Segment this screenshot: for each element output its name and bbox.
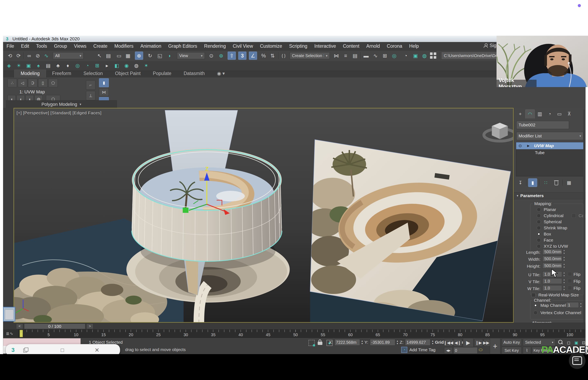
material-editor-button[interactable]: ◎ bbox=[390, 52, 398, 60]
sphere-icon[interactable]: ◔ bbox=[83, 62, 92, 69]
edit-named-selection-sets-button[interactable]: { } bbox=[279, 52, 288, 60]
display-tab[interactable]: ▭ bbox=[555, 110, 564, 118]
hierarchy-tab[interactable]: ▥ bbox=[535, 110, 545, 118]
menu-arnold[interactable]: Arnold bbox=[363, 43, 383, 49]
menu-group[interactable]: Group bbox=[50, 43, 70, 49]
mapping-option-planar[interactable]: Planar bbox=[537, 207, 556, 212]
menu-rendering[interactable]: Rendering bbox=[201, 43, 229, 49]
menu-corona[interactable]: Corona bbox=[383, 43, 406, 49]
height-spinner[interactable]: ▴▾ bbox=[563, 263, 566, 268]
layer-explorer-button[interactable]: ▤ bbox=[351, 52, 359, 60]
tab-object-paint[interactable]: Object Paint bbox=[109, 70, 147, 77]
configure-modifier-sets-button[interactable]: ▦ bbox=[565, 178, 573, 187]
select-and-place-button[interactable]: ◗ bbox=[166, 52, 174, 60]
width-field[interactable]: 500.0mm bbox=[543, 256, 562, 262]
expand-arrow-icon[interactable]: ▶ bbox=[524, 144, 532, 148]
y-spinner[interactable]: ▴▾ bbox=[397, 340, 398, 345]
z-coordinate-field[interactable]: 14999.627 bbox=[405, 339, 430, 345]
stack-item-tube[interactable]: Tube bbox=[516, 149, 584, 156]
mapping-option-face[interactable]: Face bbox=[537, 238, 553, 243]
monitor-icon[interactable]: ◉ bbox=[122, 62, 131, 69]
perspective-viewport[interactable]: Z [+] [Perspective] [St bbox=[14, 108, 514, 323]
timeline-ruler[interactable]: 0510152025303540455055606570758085909510… bbox=[18, 329, 584, 338]
edge-mode-button[interactable]: ◁ bbox=[18, 79, 27, 87]
selection-filter-dropdown[interactable]: All▾ bbox=[53, 52, 84, 59]
vertex-mode-button[interactable]: ∴ bbox=[8, 79, 17, 87]
height-field[interactable]: 500.0mm bbox=[543, 263, 562, 268]
utilities-tab[interactable]: ⊼ bbox=[565, 110, 574, 118]
show-end-result-button[interactable]: ▮ bbox=[528, 178, 537, 187]
menu-help[interactable]: Help bbox=[406, 43, 422, 49]
quad-viewport-icon[interactable]: ⊞ bbox=[93, 62, 102, 69]
track-bar[interactable]: ≣∿ 0510152025303540455055606570758085909… bbox=[3, 329, 586, 338]
previous-frame-button[interactable]: < bbox=[16, 323, 23, 329]
length-spinner[interactable]: ▴▾ bbox=[563, 249, 566, 255]
panel-scrollbar[interactable] bbox=[583, 110, 585, 336]
maximize-icon[interactable]: □ bbox=[61, 347, 64, 353]
tab-freeform[interactable]: Freeform bbox=[46, 70, 77, 77]
current-frame-field[interactable]: 0 bbox=[453, 347, 478, 354]
mini-curve-editor-icon[interactable]: ≣∿ bbox=[6, 331, 14, 336]
align-button[interactable]: ≡ bbox=[342, 52, 350, 60]
render-setup-button[interactable]: ◔ bbox=[402, 52, 410, 60]
menu-file[interactable]: File bbox=[3, 43, 18, 49]
bind-to-spacewarp-icon[interactable]: ∿ bbox=[42, 52, 50, 60]
schematic-view-button[interactable]: ⊞ bbox=[381, 52, 389, 60]
menu-customize[interactable]: Customize bbox=[256, 43, 286, 49]
render-production-button[interactable]: ◍ bbox=[420, 52, 429, 60]
make-unique-button[interactable]: ∷ bbox=[541, 178, 550, 187]
width-spinner[interactable]: ▴▾ bbox=[563, 256, 566, 262]
object-name-field[interactable]: Tube002 bbox=[516, 121, 569, 129]
select-and-move-button[interactable]: ⊕ bbox=[135, 52, 143, 60]
conifer-icon[interactable]: ♣ bbox=[54, 62, 62, 69]
tab-modeling[interactable]: Modeling bbox=[14, 70, 46, 77]
snaps-toggle-3d[interactable]: 3 bbox=[238, 52, 246, 60]
v-tile-field[interactable]: 1.0 bbox=[543, 278, 562, 284]
use-pivot-point-center-button[interactable]: ⊙ bbox=[207, 52, 215, 60]
selection-lock-icon[interactable] bbox=[317, 340, 323, 345]
menu-graph-editors[interactable]: Graph Editors bbox=[165, 43, 201, 49]
unlink-selection-icon[interactable]: ⊘ bbox=[34, 52, 42, 60]
v-flip-checkbox[interactable] bbox=[568, 279, 572, 283]
minimized-dialog[interactable] bbox=[3, 307, 15, 322]
add-time-tag[interactable]: ◔ Add Time Tag bbox=[401, 347, 436, 353]
rectangular-selection-region-button[interactable]: ▭ bbox=[115, 52, 123, 60]
time-slider-display[interactable]: 0 / 100 bbox=[24, 323, 85, 329]
modifier-stack-field[interactable]: 1: UVW Map bbox=[20, 89, 45, 95]
u-tile-spinner[interactable]: ▴▾ bbox=[563, 271, 566, 277]
tab-datasmith[interactable]: Datasmith bbox=[177, 70, 211, 77]
menu-views[interactable]: Views bbox=[70, 43, 90, 49]
eye-icon[interactable]: ⊙ bbox=[516, 143, 524, 148]
teapot-icon[interactable]: ◍ bbox=[132, 62, 141, 69]
next-key-button[interactable]: ❙▶ bbox=[474, 339, 483, 346]
u-flip-checkbox[interactable] bbox=[568, 272, 572, 276]
restore-icon[interactable] bbox=[23, 348, 28, 352]
mapping-option-xyz-to-uvw[interactable]: XYZ to UVW bbox=[537, 244, 568, 249]
spinner-snap-toggle[interactable]: ⇅ bbox=[269, 52, 277, 60]
curve-editor-button[interactable]: ∿ bbox=[371, 52, 379, 60]
tree-icon[interactable]: ♠ bbox=[34, 62, 43, 69]
x-coordinate-field[interactable]: 7222.568m bbox=[335, 339, 360, 345]
camera-add-icon[interactable]: ◧ bbox=[112, 62, 121, 69]
vertex-color-channel-option[interactable]: Vertex Color Channel bbox=[533, 310, 581, 315]
polygon-modeling-rollout[interactable]: Polygon Modeling bbox=[6, 100, 117, 108]
remove-modifier-button[interactable] bbox=[552, 178, 561, 187]
length-field[interactable]: 500.0mm bbox=[543, 249, 562, 255]
set-key-button[interactable]: Set Key bbox=[502, 347, 522, 354]
undo-button[interactable]: ⟲ bbox=[6, 52, 14, 60]
create-tab[interactable]: + bbox=[516, 110, 525, 118]
lamp-icon[interactable]: ✶ bbox=[142, 62, 150, 69]
map-channel-field[interactable]: 1 bbox=[566, 302, 579, 308]
modify-tab[interactable]: ◠ bbox=[525, 110, 535, 118]
angle-snap-toggle[interactable]: ∠ bbox=[249, 52, 257, 60]
camera-icon[interactable]: ▣ bbox=[24, 62, 33, 69]
mapping-option-cylindrical[interactable]: CylindricalCap bbox=[537, 213, 586, 218]
tab-populate[interactable]: Populate bbox=[147, 70, 178, 77]
viewport-label[interactable]: [+] [Perspective] [Standard] [Edged Face… bbox=[17, 111, 102, 115]
select-and-scale-button[interactable]: ◱ bbox=[156, 52, 164, 60]
set-keys-button[interactable]: + bbox=[490, 338, 500, 354]
menu-scripting[interactable]: Scripting bbox=[286, 43, 311, 49]
light-icon[interactable]: ◈ bbox=[5, 62, 13, 69]
y-coordinate-field[interactable]: -35301.89 bbox=[370, 339, 395, 345]
rendered-frame-window-button[interactable]: ▣ bbox=[411, 52, 420, 60]
